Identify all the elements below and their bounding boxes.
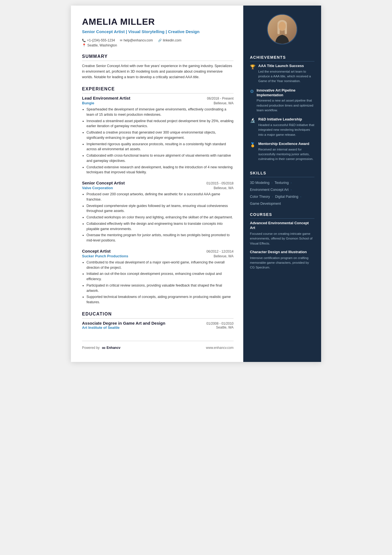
- brand-name: Enhancv: [106, 346, 120, 350]
- edu-dates-1: 01/2008 - 01/2010: [207, 322, 234, 325]
- skill-dot: ·: [271, 181, 273, 185]
- email-icon: ✉: [120, 39, 122, 42]
- exp-subheader-3: Sucker Punch Productions Bellevue, WA: [82, 254, 234, 258]
- edu-school-1: Art Institute of Seattle: [82, 325, 120, 330]
- phone-item: 📞 +1-(234)-555-1234: [82, 38, 115, 42]
- bullet-item: Cultivated a creative process that gener…: [86, 130, 234, 140]
- email-value: help@enhancv.com: [123, 38, 153, 42]
- achievement-title-1: AAA Title Launch Success: [258, 64, 314, 68]
- skill-6: Game Development: [250, 202, 281, 206]
- exp-bullets-2: Produced over 200 concept artworks, defi…: [82, 192, 234, 243]
- bullet-item: Collaborated effectively with the design…: [86, 221, 234, 232]
- svg-point-4: [279, 22, 286, 31]
- achievement-item-3: 🔬 R&D Initiative Leadership Headed a suc…: [250, 117, 314, 137]
- achievement-content-4: Mentorship Excellence Award Received an …: [258, 142, 314, 162]
- left-column: AMELIA MILLER Senior Concept Artist | Vi…: [71, 6, 243, 362]
- skill-2: Texturing: [275, 181, 289, 185]
- skills-title: SKILLS: [250, 171, 314, 177]
- skills-section: SKILLS 3D Modeling · Texturing · Environ…: [243, 171, 321, 207]
- skills-list: 3D Modeling · Texturing · Environment Co…: [250, 179, 314, 207]
- bullet-item: Implemented rigorous quality assurance p…: [86, 142, 234, 152]
- website-value: linkedin.com: [163, 38, 182, 42]
- achievement-title-3: R&D Initiative Leadership: [258, 117, 314, 122]
- profile-silhouette-svg: [272, 19, 292, 45]
- exp-dates-3: 06/2012 - 12/2014: [207, 250, 234, 253]
- profile-photo-area: [243, 6, 321, 50]
- achievement-title-2: Innovative Art Pipeline Implementation: [257, 88, 314, 98]
- page-footer: Powered by ∞ Enhancv www.enhancv.com: [82, 341, 234, 351]
- course-desc-2: Intensive certification program on craft…: [250, 256, 314, 270]
- skill-dot: ·: [271, 195, 274, 199]
- exp-header-2: Senior Concept Artist 01/2015 - 05/2018: [82, 181, 234, 185]
- enhancv-logo-icon: ∞: [102, 345, 105, 351]
- skill-dot: ·: [299, 195, 301, 199]
- skill-dot: ·: [290, 181, 292, 185]
- summary-title: SUMMARY: [82, 54, 234, 61]
- enhancv-brand: ∞ Enhancv: [102, 345, 120, 351]
- experience-item-2: Senior Concept Artist 01/2015 - 05/2018 …: [82, 181, 234, 243]
- achievement-desc-4: Received an internal award for successfu…: [258, 147, 314, 162]
- bullet-item: Participated in critical review sessions…: [86, 283, 234, 293]
- link-icon: 🔗: [158, 39, 162, 42]
- achievement-content-2: Innovative Art Pipeline Implementation P…: [257, 88, 314, 113]
- achievement-item-2: ⚙ Innovative Art Pipeline Implementation…: [250, 88, 314, 113]
- profile-photo: [267, 14, 297, 45]
- bullet-item: Initiated an out-of-the-box concept deve…: [86, 271, 234, 282]
- course-title-1: Advanced Environmental Concept Art: [250, 221, 314, 230]
- email-item: ✉ help@enhancv.com: [120, 38, 153, 42]
- bullet-item: Innovated a streamlined asset pipeline t…: [86, 119, 234, 129]
- courses-section: COURSES Advanced Environmental Concept A…: [243, 212, 321, 274]
- experience-title: EXPERIENCE: [82, 87, 234, 93]
- phone-icon: 📞: [82, 39, 86, 42]
- exp-role-2: Senior Concept Artist: [82, 181, 125, 185]
- exp-subheader-2: Valve Corporation Bellevue, WA: [82, 186, 234, 190]
- summary-text: Creative Senior Concept Artist with over…: [82, 63, 234, 80]
- edu-location-1: Seattle, WA: [216, 325, 234, 330]
- exp-company-2: Valve Corporation: [82, 186, 113, 190]
- bullet-item: Oversaw the mentoring program for junior…: [86, 233, 234, 243]
- exp-company-1: Bungie: [82, 101, 94, 105]
- profile-photo-placeholder: [268, 14, 297, 45]
- edu-degree-1: Associate Degree in Game Art and Design: [82, 321, 165, 325]
- location-icon: 📍: [82, 43, 86, 47]
- lab-icon: 🔬: [250, 118, 255, 137]
- achievements-title: ACHIEVEMENTS: [250, 55, 314, 61]
- exp-bullets-3: Contributed to the visual development of…: [82, 260, 234, 305]
- edu-header-1: Associate Degree in Game Art and Design …: [82, 321, 234, 325]
- bullet-item: Conducted workshops on color theory and …: [86, 215, 234, 220]
- exp-header-1: Lead Environment Artist 06/2018 - Presen…: [82, 96, 234, 100]
- course-desc-1: Focused course on creating intricate gam…: [250, 231, 314, 246]
- gear-icon: ⚙: [250, 89, 254, 113]
- skill-4: Color Theory: [250, 195, 270, 199]
- exp-company-3: Sucker Punch Productions: [82, 254, 128, 258]
- experience-section: EXPERIENCE Lead Environment Artist 06/20…: [82, 87, 234, 305]
- experience-item-3: Concept Artist 06/2012 - 12/2014 Sucker …: [82, 249, 234, 305]
- achievement-desc-1: Led the environmental art team to produc…: [258, 69, 314, 84]
- skill-1: 3D Modeling: [250, 181, 269, 185]
- exp-subheader-1: Bungie Bellevue, WA: [82, 101, 234, 105]
- achievement-desc-3: Headed a successful R&D initiative that …: [258, 123, 314, 137]
- footer-website: www.enhancv.com: [206, 346, 234, 350]
- bullet-item: Produced over 200 concept artworks, defi…: [86, 192, 234, 202]
- course-title-2: Character Design and Illustration: [250, 250, 314, 255]
- exp-dates-2: 01/2015 - 05/2018: [207, 181, 234, 185]
- location-item: 📍 Seattle, Washington: [82, 43, 234, 47]
- achievement-desc-2: Pioneered a new art asset pipeline that …: [257, 98, 314, 113]
- exp-role-3: Concept Artist: [82, 249, 111, 253]
- resume-container: AMELIA MILLER Senior Concept Artist | Vi…: [71, 6, 321, 362]
- exp-dates-1: 06/2018 - Present: [207, 97, 234, 100]
- trophy-icon: 🏆: [250, 64, 255, 84]
- skill-5: Digital Painting: [275, 195, 298, 199]
- education-title: EDUCATION: [82, 312, 234, 319]
- bullet-item: Supported technical breakdowns of concep…: [86, 294, 234, 305]
- achievement-content-3: R&D Initiative Leadership Headed a succe…: [258, 117, 314, 137]
- courses-title: COURSES: [250, 212, 314, 219]
- achievement-title-4: Mentorship Excellence Award: [258, 142, 314, 146]
- award-icon: 🏅: [250, 142, 255, 162]
- edu-subheader-1: Art Institute of Seattle Seattle, WA: [82, 325, 234, 330]
- bullet-item: Spearheaded the development of immersive…: [86, 107, 234, 117]
- contact-info: 📞 +1-(234)-555-1234 ✉ help@enhancv.com 🔗…: [82, 38, 234, 42]
- candidate-title: Senior Concept Artist | Visual Storytell…: [82, 29, 234, 34]
- header: AMELIA MILLER Senior Concept Artist | Vi…: [82, 17, 234, 47]
- achievements-section: ACHIEVEMENTS 🏆 AAA Title Launch Success …: [243, 55, 321, 166]
